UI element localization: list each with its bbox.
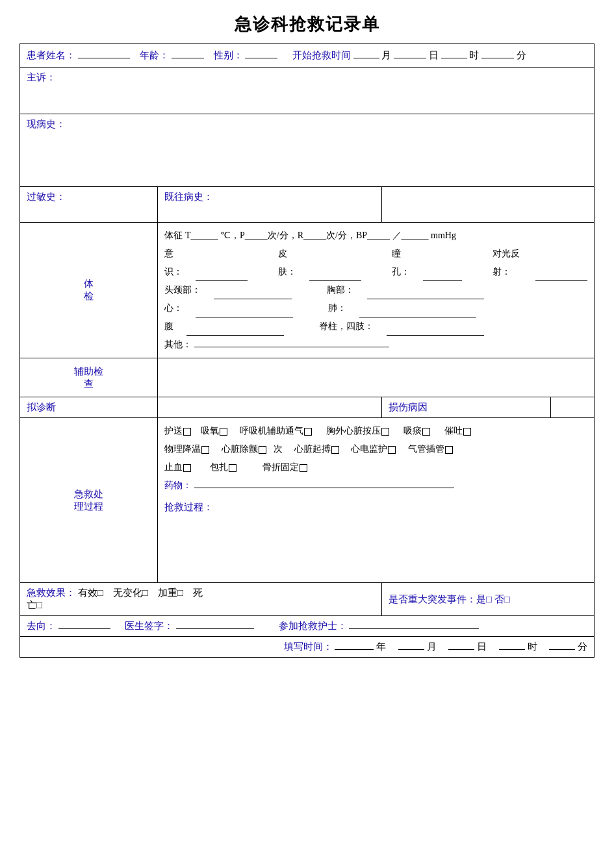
injury-cause-value-cell[interactable] — [550, 397, 594, 418]
light-reflex-label: 对光反射： — [492, 245, 522, 281]
oxygen-checkbox[interactable] — [220, 428, 227, 436]
death-label: 死 — [193, 588, 203, 598]
chief-complaint-label: 主诉： — [27, 72, 56, 82]
present-history-row: 现病史： — [20, 114, 595, 187]
patient-name-value[interactable] — [78, 58, 130, 58]
worse-label: 加重□ — [158, 588, 183, 598]
fracture-fix-checkbox[interactable] — [300, 464, 307, 472]
rescue-day-value[interactable] — [394, 58, 426, 58]
diagnosis-row: 拟诊断 损伤病因 — [20, 397, 595, 418]
measures-line2: 物理降温 心脏除颤 次 心脏起搏 心电监护 气管插管 — [164, 440, 587, 458]
diagnosis-value-cell[interactable] — [158, 397, 382, 418]
age-value[interactable] — [172, 58, 204, 58]
fill-hour-value[interactable] — [499, 649, 525, 650]
ventilator-label: 呼吸机辅助通气 — [240, 426, 303, 436]
consciousness-value[interactable] — [196, 245, 248, 281]
ecg-monitor-checkbox[interactable] — [388, 446, 396, 454]
abdomen-value[interactable] — [186, 317, 284, 336]
skin-value[interactable] — [309, 245, 361, 281]
spine-limbs-label: 脊柱，四肢： — [319, 317, 374, 336]
medicine-label: 药物： — [164, 480, 192, 490]
rescue-process-row: 急救处 理过程 护送 吸氧 呼吸机辅助通气 胸外心脏按压 吸痰 催吐 — [20, 418, 595, 583]
fill-month-value[interactable] — [398, 649, 424, 650]
pacemaker-label: 心脏起搏 — [294, 444, 331, 454]
patient-info-row: 患者姓名： 年龄： 性别： 开始抢救时间 月 日 时 分 — [20, 44, 595, 68]
pupil-value[interactable] — [423, 245, 462, 281]
present-history-cell: 现病史： — [20, 114, 595, 187]
gender-label: 性别： — [214, 50, 243, 60]
past-history-label: 既往病史： — [164, 192, 213, 202]
defibrillation-label: 心脏除颤 — [222, 444, 258, 454]
other-value[interactable] — [194, 347, 389, 347]
rescue-hour-value[interactable] — [441, 58, 467, 58]
bandage-checkbox[interactable] — [229, 464, 237, 472]
gender-value[interactable] — [245, 58, 277, 58]
intubation-checkbox[interactable] — [445, 446, 453, 454]
auxiliary-exam-value[interactable] — [164, 362, 587, 391]
fill-minute-char: 分 — [578, 641, 587, 652]
escort-checkbox[interactable] — [183, 428, 191, 436]
fill-day-char: 日 — [477, 641, 487, 652]
physical-exam-content-cell: 体征 T______ ℃，P_____次/分，R_____次/分，BP_____… — [158, 223, 595, 358]
other-label: 其他： — [164, 340, 192, 349]
ventilator-checkbox[interactable] — [304, 428, 312, 436]
rescue-minute-value[interactable] — [481, 58, 514, 58]
defibrillation-checkbox[interactable] — [259, 446, 266, 454]
chief-complaint-row: 主诉： — [20, 68, 595, 114]
medicine-value[interactable] — [194, 488, 454, 488]
cooling-checkbox[interactable] — [201, 446, 209, 454]
fill-minute-value[interactable] — [549, 649, 575, 650]
page-title: 急诊科抢救记录单 — [19, 13, 595, 36]
allergy-past-row: 过敏史： 既往病史： — [20, 187, 595, 223]
main-form-table: 患者姓名： 年龄： 性别： 开始抢救时间 月 日 时 分 主诉： — [19, 43, 595, 658]
injury-cause-label: 损伤病因 — [389, 402, 428, 412]
minute-char: 分 — [517, 50, 526, 60]
pacemaker-checkbox[interactable] — [331, 446, 339, 454]
fill-day-value[interactable] — [448, 649, 474, 650]
diagnosis-label-cell: 拟诊断 — [20, 397, 158, 418]
rescue-process-detail: 抢救过程： — [164, 501, 587, 578]
doctor-sign-value[interactable] — [176, 628, 254, 629]
nurses-value[interactable] — [349, 628, 479, 629]
goto-value[interactable] — [58, 628, 110, 629]
vitals-text: 体征 T______ ℃，P_____次/分，R_____次/分，BP_____… — [164, 230, 455, 240]
hemostasis-checkbox[interactable] — [183, 464, 191, 472]
chest-value[interactable] — [367, 281, 484, 299]
suction-checkbox[interactable] — [422, 428, 430, 436]
auxiliary-exam-content-cell[interactable] — [158, 358, 595, 397]
head-neck-value[interactable] — [214, 281, 292, 299]
pupil-label: 瞳孔： — [392, 245, 410, 281]
skin-label: 皮肤： — [278, 245, 296, 281]
no-change-label: 无变化□ — [113, 588, 148, 598]
physical-exam-row-label: 体 检 — [20, 223, 158, 358]
chief-complaint-value[interactable] — [27, 84, 587, 110]
spine-limbs-value[interactable] — [387, 317, 484, 336]
fill-hour-char: 时 — [528, 641, 537, 652]
fill-year-value[interactable] — [335, 649, 374, 650]
light-reflex-value[interactable] — [535, 245, 587, 281]
doctor-sign-label: 医生签字： — [125, 621, 173, 631]
abdomen-label: 腹 — [164, 317, 173, 336]
head-neck-label: 头颈部： — [164, 281, 201, 299]
injury-cause-label-cell: 损伤病因 — [382, 397, 551, 418]
death-label-2: 亡□ — [27, 600, 42, 610]
emetic-checkbox[interactable] — [463, 428, 471, 436]
rescue-process-row-label: 急救处 理过程 — [20, 418, 158, 583]
fill-year-char: 年 — [376, 641, 386, 652]
lung-value[interactable] — [359, 299, 476, 317]
rescue-month-value[interactable] — [353, 58, 379, 58]
rescue-process-value[interactable] — [164, 514, 587, 578]
allergy-history-cell: 过敏史： — [20, 187, 158, 223]
cpr-checkbox[interactable] — [381, 428, 389, 436]
oxygen-label: 吸氧 — [201, 426, 219, 436]
fracture-fix-label: 骨折固定 — [262, 462, 299, 472]
present-history-value[interactable] — [27, 130, 587, 182]
intubation-label: 气管插管 — [408, 444, 444, 454]
chief-complaint-cell: 主诉： — [20, 68, 595, 114]
allergy-history-label: 过敏史： — [27, 192, 66, 202]
hemostasis-label: 止血 — [164, 462, 183, 472]
heart-value[interactable] — [196, 299, 293, 317]
physical-exam-vitals: 体征 T______ ℃，P_____次/分，R_____次/分，BP_____… — [164, 227, 587, 354]
suction-label: 吸痰 — [403, 426, 422, 436]
cooling-label: 物理降温 — [164, 444, 201, 454]
